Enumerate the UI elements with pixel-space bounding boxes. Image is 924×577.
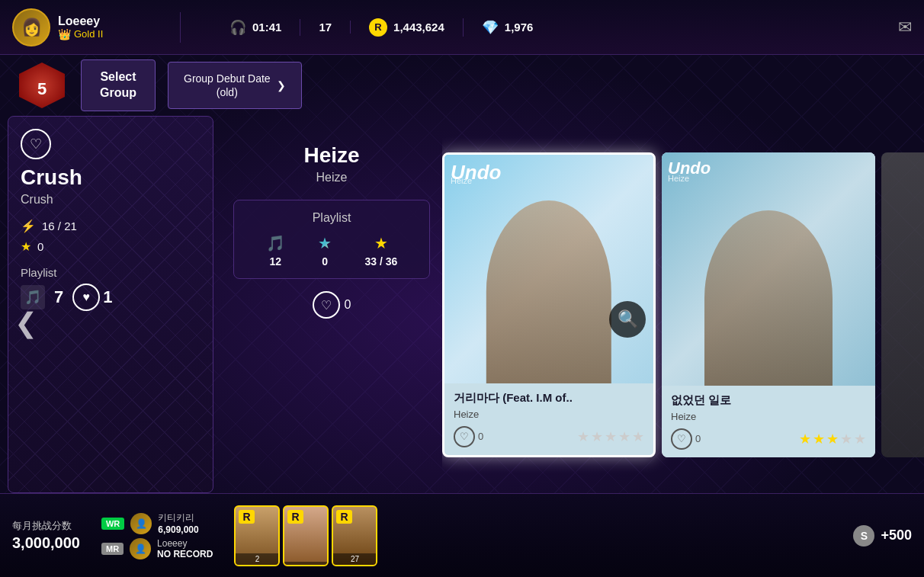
select-group-label: SelectGroup (100, 70, 136, 99)
left-nav-arrow[interactable]: ❮ (14, 307, 37, 339)
wr-badge: WR (101, 518, 124, 530)
left-panel: ♡ Crush Crush ⚡ 16 / 21 ★ 0 Playlist 🎵 7… (8, 116, 213, 493)
r-badge-2: R (287, 510, 303, 524)
song-heart-count-2: 0 (695, 433, 701, 444)
favorite-button[interactable]: ♡ (21, 129, 51, 159)
group-debut-label: Group Debut Date(old) (184, 72, 271, 99)
select-group-button[interactable]: SelectGroup (81, 59, 156, 111)
wr-avatar: 👤 (130, 513, 152, 534)
heize-album-label-1: Heize (451, 176, 472, 185)
mr-player-name: Loeeey (157, 538, 213, 549)
center-heart-count: 0 (345, 298, 351, 312)
song-star-2-2: ★ (813, 431, 825, 447)
rank-badge: 👑 Gold II (58, 28, 103, 40)
mr-info: Loeeey NO RECORD (157, 538, 213, 559)
star-gold-value: 33 / 36 (364, 255, 397, 268)
song-heart-1[interactable]: ♡ 0 (454, 426, 483, 447)
playlist-music-icon: 🎵 (21, 285, 45, 309)
heart-count-section: ♥ 1 (72, 284, 112, 311)
star-gold-icon: ★ (374, 234, 388, 252)
song-title-1: 거리마다 (Feat. I.M of.. (454, 391, 644, 406)
wr-player-name: 키티키리 (158, 511, 198, 524)
figure-silhouette-2 (704, 210, 833, 386)
r-badge-1: R (239, 510, 254, 524)
mail-icon[interactable]: ✉ (898, 18, 912, 37)
heart-circle-icon: ♥ (72, 284, 100, 311)
song-artist-1: Heize (454, 409, 644, 420)
header-divider-1 (180, 12, 181, 43)
song-title-2: 없었던 일로 (671, 393, 866, 408)
user-section: 👩 Loeeey 👑 Gold II (12, 8, 165, 46)
header-stats: 🎧 01:41 17 R 1,443,624 💎 1,976 (211, 18, 898, 37)
song-stars-2: ★ ★ ★ ★ ★ (799, 431, 866, 447)
song-card-image-2: Undo Heize (662, 152, 875, 386)
header: 👩 Loeeey 👑 Gold II 🎧 01:41 17 R 1,443,62… (0, 0, 924, 55)
artist-name-sub: Heize (316, 171, 348, 184)
diamond-stat: 💎 1,976 (464, 19, 552, 36)
album-art-2: Undo Heize (662, 152, 875, 386)
s-badge-label: S (861, 530, 868, 542)
playlist-row: 🎵 7 ♥ 1 (21, 284, 201, 311)
rank-icon: 👑 (58, 28, 71, 40)
song-heart-2[interactable]: ♡ 0 (671, 428, 701, 450)
crush-subtitle: Crush (21, 193, 201, 207)
league-number: 5 (37, 79, 47, 99)
song-star-1-5: ★ (632, 428, 644, 445)
ranked-card-1[interactable]: R 2 (234, 505, 280, 566)
lightning-stat-row: ⚡ 16 / 21 (21, 219, 201, 233)
song-artist-2: Heize (671, 411, 866, 422)
plus-score-section: S +500 (853, 525, 912, 547)
song-star-1-1: ★ (577, 428, 589, 445)
playlist-box-title: Playlist (249, 211, 414, 225)
song-card-bottom-2: ♡ 0 ★ ★ ★ ★ ★ (671, 428, 866, 450)
r-currency-value: 1,443,624 (393, 21, 444, 34)
star-colorful-icon: ★ (318, 234, 332, 252)
star-value: 0 (37, 240, 43, 253)
league-badge: ★ 5 (15, 59, 69, 112)
figure-silhouette-1 (486, 200, 611, 383)
r-badge-3: R (336, 510, 351, 524)
card-num-2 (284, 562, 327, 565)
song-heart-count-1: 0 (478, 431, 483, 442)
main-area: ★ 5 SelectGroup Group Debut Date(old) ❯ … (0, 55, 924, 577)
song-card-info-1: 거리마다 (Feat. I.M of.. Heize ♡ 0 ★ ★ ★ ★ ★ (444, 383, 653, 455)
ranked-card-3[interactable]: R 27 (332, 505, 377, 566)
song-stars-1: ★ ★ ★ ★ ★ (577, 428, 644, 445)
card-num-3: 27 (333, 553, 376, 565)
wr-record-row: WR 👤 키티키리 6,909,000 (101, 511, 213, 535)
playlist-count: 7 (54, 287, 63, 307)
username: Loeeey (58, 14, 103, 28)
song-card-3-partial (881, 152, 924, 457)
avatar: 👩 (12, 8, 50, 46)
headphone-icon: 🎧 (229, 19, 246, 36)
song-card-2[interactable]: Undo Heize 없었던 일로 Heize ♡ 0 ★ (662, 152, 875, 457)
heize-album-label-2: Heize (668, 174, 689, 183)
wr-score: 6,909,000 (158, 524, 198, 535)
rank-label: Gold II (74, 28, 103, 40)
album-art-1: Undo Heize (444, 155, 653, 383)
star-icon: ★ (21, 239, 31, 254)
song-card-1[interactable]: Undo Heize 🔍 거리마다 (Feat. I.M of.. Heize … (442, 152, 656, 457)
song-star-1-2: ★ (591, 428, 603, 445)
playlist-section: Playlist 🎵 7 ♥ 1 (21, 266, 201, 311)
song-heart-icon-1: ♡ (454, 426, 475, 447)
card-num-1: 2 (236, 553, 278, 565)
song-star-2-5: ★ (854, 431, 866, 447)
league-stars-icon: ★ (17, 53, 32, 72)
record-section: WR 👤 키티키리 6,909,000 MR 👤 Loeeey NO RECOR… (101, 511, 213, 559)
level-stat: 17 (300, 21, 351, 34)
debut-arrow-icon: ❯ (277, 79, 286, 92)
album-figure-2 (704, 210, 833, 386)
user-info: Loeeey 👑 Gold II (58, 14, 103, 40)
group-debut-button[interactable]: Group Debut Date(old) ❯ (168, 62, 302, 109)
search-overlay-1[interactable]: 🔍 (609, 301, 646, 338)
song-star-2-4: ★ (840, 431, 852, 447)
center-heart-section: ♡ 0 (313, 291, 351, 319)
crush-stats: ⚡ 16 / 21 ★ 0 (21, 219, 201, 254)
lightning-icon: ⚡ (21, 219, 36, 233)
star-stat-row: ★ 0 (21, 239, 201, 254)
mr-badge: MR (101, 543, 124, 555)
song-card-bottom-1: ♡ 0 ★ ★ ★ ★ ★ (454, 426, 644, 447)
ranked-card-2[interactable]: R (283, 505, 329, 566)
league-badge-bg: ★ 5 (19, 63, 65, 108)
